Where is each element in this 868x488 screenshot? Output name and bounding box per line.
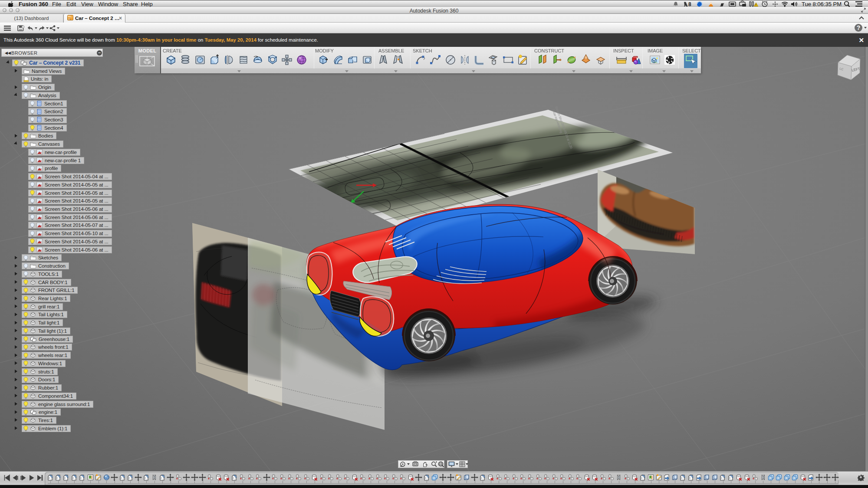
svg-text:!: ! — [756, 3, 756, 7]
svg-text:8: 8 — [688, 1, 691, 7]
svg-text:123: 123 — [68, 19, 71, 20]
